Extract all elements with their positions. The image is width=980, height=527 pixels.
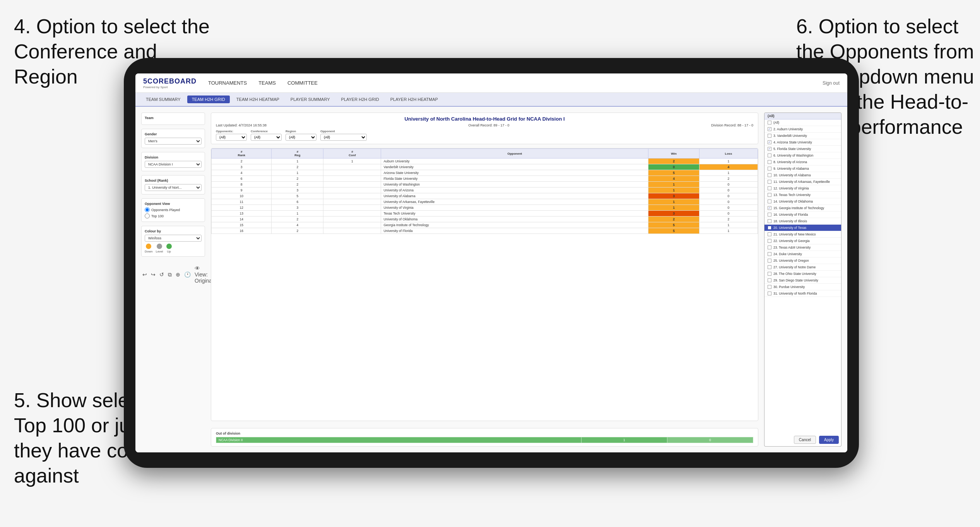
td-loss: 1 xyxy=(699,170,758,176)
division-record: Division Record: 88 - 17 - 0 xyxy=(711,123,753,127)
dropdown-item-label: 8. University of Arizona xyxy=(773,160,807,164)
subnav-team-h2h-heatmap[interactable]: TEAM H2H HEATMAP xyxy=(232,96,284,103)
subnav-player-h2h-grid[interactable]: PLAYER H2H GRID xyxy=(337,96,384,103)
opponent-filter-select[interactable]: (All) xyxy=(320,134,367,141)
th-loss: Loss xyxy=(699,149,758,159)
table-row: 15 4 Georgia Institute of Technology 5 1 xyxy=(212,222,758,228)
td-conf xyxy=(323,211,381,217)
dropdown-item[interactable]: 31. University of North Florida xyxy=(765,290,841,297)
dropdown-item[interactable]: 15. Georgia Institute of Technology xyxy=(765,205,841,211)
subnav-team-h2h-grid[interactable]: TEAM H2H GRID xyxy=(187,96,230,103)
dropdown-container: (All) (All)2. Auburn University3. Vander… xyxy=(764,113,841,447)
zoom-btn[interactable]: ⊕ xyxy=(174,271,181,278)
dropdown-item[interactable]: 27. University of Notre Dame xyxy=(765,264,841,271)
dropdown-checkbox xyxy=(768,232,771,236)
dropdown-item[interactable]: 21. University of New Mexico xyxy=(765,231,841,238)
opponent-view-label: Opponent View xyxy=(145,202,202,206)
gender-select[interactable]: Men's xyxy=(145,138,202,145)
out-of-div-loss: 0 xyxy=(667,437,753,443)
cancel-button[interactable]: Cancel xyxy=(794,436,816,444)
filter-row: Opponents: (All) Conference (All) xyxy=(216,130,753,141)
dropdown-checkbox xyxy=(768,167,771,171)
overall-record: Overall Record: 89 - 17 - 0 xyxy=(469,123,510,127)
radio-top100-input[interactable] xyxy=(145,213,150,218)
nav-signout[interactable]: Sign out xyxy=(823,80,840,86)
dropdown-item-label: 21. University of New Mexico xyxy=(773,232,816,236)
td-conf xyxy=(323,205,381,211)
dropdown-item[interactable]: 14. University of Oklahoma xyxy=(765,198,841,205)
subnav-player-summary[interactable]: PLAYER SUMMARY xyxy=(286,96,335,103)
td-conf xyxy=(323,222,381,228)
dropdown-item[interactable]: 13. Texas Tech University xyxy=(765,192,841,198)
dropdown-checkbox xyxy=(768,226,771,230)
td-reg: 6 xyxy=(272,199,323,205)
dropdown-item[interactable]: 10. University of Alabama xyxy=(765,172,841,179)
division-select[interactable]: NCAA Division I xyxy=(145,161,202,168)
subnav-player-h2h-heatmap[interactable]: PLAYER H2H HEATMAP xyxy=(386,96,443,103)
dropdown-item-label: 24. Duke University xyxy=(773,252,802,256)
radio-group: Opponents Played Top 100 xyxy=(145,207,202,218)
apply-button[interactable]: Apply xyxy=(819,436,839,444)
nav-tournaments[interactable]: TOURNAMENTS xyxy=(208,78,247,88)
copy-btn[interactable]: ⧉ xyxy=(167,271,173,279)
nav-teams[interactable]: TEAMS xyxy=(258,78,276,88)
dropdown-item-label: 28. The Ohio State University xyxy=(773,272,816,276)
td-loss: 0 xyxy=(699,182,758,188)
dropdown-item[interactable]: 24. Duke University xyxy=(765,251,841,258)
undo-btn[interactable]: ↩ xyxy=(141,271,148,278)
legend-down-label: Down xyxy=(145,250,152,253)
dropdown-item[interactable]: 8. University of Arizona xyxy=(765,159,841,165)
dropdown-item[interactable]: 5. Florida State University xyxy=(765,146,841,152)
dropdown-item[interactable]: 2. Auburn University xyxy=(765,126,841,133)
region-filter-label: Region xyxy=(286,130,316,133)
dropdown-item-label: 31. University of North Florida xyxy=(773,292,817,295)
nav-committee[interactable]: COMMITTEE xyxy=(287,78,318,88)
radio-opponents-played[interactable]: Opponents Played xyxy=(145,207,202,212)
td-win: 5 xyxy=(648,222,700,228)
colour-select[interactable]: Win/loss xyxy=(145,235,202,242)
conference-filter-select[interactable]: (All) xyxy=(251,134,282,141)
dropdown-item[interactable]: 4. Arizona State University xyxy=(765,139,841,146)
td-conf xyxy=(323,193,381,199)
dropdown-item[interactable]: 18. University of Illinois xyxy=(765,218,841,225)
dropdown-item[interactable]: 11. University of Arkansas, Fayetteville xyxy=(765,179,841,185)
dropdown-item-label: 14. University of Oklahoma xyxy=(773,200,813,203)
subnav-team-summary[interactable]: TEAM SUMMARY xyxy=(141,96,185,103)
dropdown-item[interactable]: 30. Purdue University xyxy=(765,284,841,290)
dropdown-item[interactable]: 25. University of Oregon xyxy=(765,258,841,264)
th-conf: #Conf xyxy=(323,149,381,159)
clock-btn[interactable]: 🕐 xyxy=(183,271,192,278)
dropdown-item[interactable]: 9. University of Alabama xyxy=(765,165,841,172)
th-rank: #Rank xyxy=(212,149,272,159)
td-win: 2 xyxy=(648,159,700,164)
td-reg: 2 xyxy=(272,176,323,182)
dropdown-item[interactable]: 23. Texas A&M University xyxy=(765,244,841,251)
radio-top100[interactable]: Top 100 xyxy=(145,213,202,218)
dropdown-item-label: (All) xyxy=(773,121,779,125)
td-rank: 4 xyxy=(212,170,272,176)
school-select[interactable]: 1. University of Nort... xyxy=(145,184,202,191)
td-reg: 3 xyxy=(272,188,323,193)
dropdown-item[interactable]: 6. University of Washington xyxy=(765,152,841,159)
region-filter-select[interactable]: (All) xyxy=(286,134,316,141)
dropdown-item[interactable]: 20. University of Texas xyxy=(765,225,841,231)
dropdown-item[interactable]: 16. University of Florida xyxy=(765,211,841,218)
school-section: School (Rank) 1. University of Nort... xyxy=(141,175,205,194)
opponents-filter-select[interactable]: (All) xyxy=(216,134,247,141)
dropdown-item[interactable]: 28. The Ohio State University xyxy=(765,271,841,277)
sub-nav: TEAM SUMMARY TEAM H2H GRID TEAM H2H HEAT… xyxy=(135,93,847,107)
gender-section: Gender Men's xyxy=(141,129,205,148)
dropdown-item[interactable]: (All) xyxy=(765,119,841,126)
dropdown-item[interactable]: 3. Vanderbilt University xyxy=(765,133,841,139)
dropdown-item[interactable]: 12. University of Virginia xyxy=(765,185,841,192)
dropdown-item[interactable]: 22. University of Georgia xyxy=(765,238,841,244)
dropdown-items: (All)2. Auburn University3. Vanderbilt U… xyxy=(765,119,841,297)
reset-btn[interactable]: ↺ xyxy=(158,271,165,278)
redo-btn[interactable]: ↪ xyxy=(150,271,157,278)
td-conf xyxy=(323,199,381,205)
radio-opponents-played-input[interactable] xyxy=(145,207,150,212)
td-reg: 1 xyxy=(272,170,323,176)
nav-items: TOURNAMENTS TEAMS COMMITTEE xyxy=(208,78,318,88)
dropdown-item[interactable]: 29. San Diego State University xyxy=(765,277,841,284)
dropdown-item-label: 22. University of Georgia xyxy=(773,239,810,243)
